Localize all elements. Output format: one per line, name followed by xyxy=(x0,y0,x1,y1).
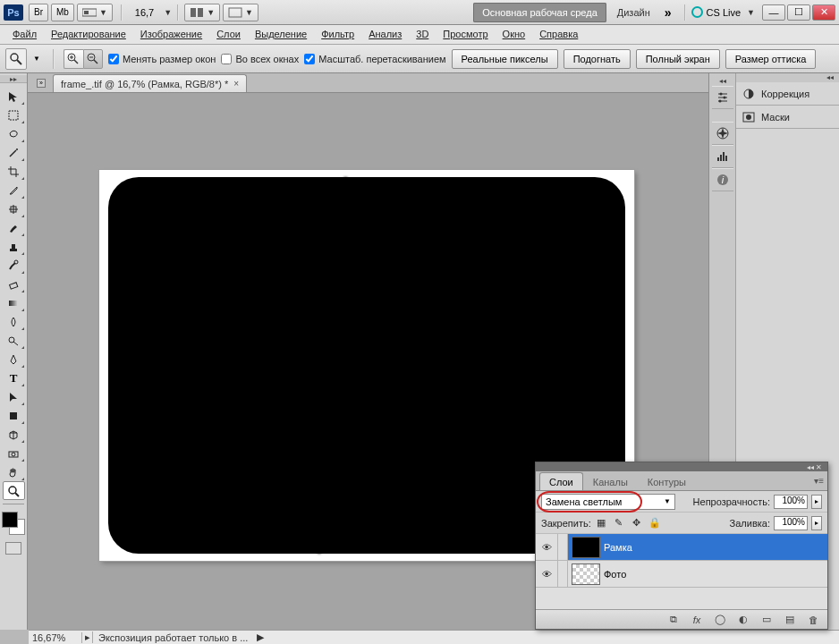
adjustment-layer-icon[interactable]: ◐ xyxy=(736,613,750,627)
crop-tool[interactable] xyxy=(3,162,25,181)
chevron-down-icon[interactable]: ▼ xyxy=(164,8,172,17)
menu-analysis[interactable]: Анализ xyxy=(361,27,409,42)
eyedropper-tool[interactable] xyxy=(3,181,25,199)
zoom-mode-toggle[interactable] xyxy=(64,49,103,69)
layers-panel[interactable]: ◂◂ ✕ Слои Каналы Контуры ▾≡ Замена светл… xyxy=(535,462,828,630)
wand-tool[interactable] xyxy=(3,143,25,162)
visibility-eye-icon[interactable]: 👁 xyxy=(536,569,557,580)
layer-thumbnail[interactable] xyxy=(572,564,600,585)
all-windows-checkbox[interactable]: Во всех окнах xyxy=(221,54,299,64)
opacity-value[interactable]: 100% xyxy=(774,495,808,509)
fill-screen-button[interactable]: Полный экран xyxy=(636,49,720,69)
group-icon[interactable]: ▭ xyxy=(759,613,774,627)
eraser-tool[interactable] xyxy=(3,275,25,293)
menu-edit[interactable]: Редактирование xyxy=(44,27,133,42)
fit-screen-button[interactable]: Подогнать xyxy=(564,49,631,69)
zoom-tool[interactable] xyxy=(3,481,25,500)
color-swatches[interactable] xyxy=(2,512,25,535)
hand-tool[interactable] xyxy=(3,462,25,481)
document-tab[interactable]: frame_.tif @ 16,7% (Рамка, RGB/8*) * × xyxy=(53,74,247,92)
expand-workspaces-icon[interactable]: » xyxy=(665,5,672,20)
pen-tool[interactable] xyxy=(3,350,25,369)
zoom-out-icon[interactable] xyxy=(83,49,103,69)
stamp-tool[interactable] xyxy=(3,237,25,256)
layer-thumbnail[interactable] xyxy=(572,537,600,558)
chevron-down-icon[interactable]: ▼ xyxy=(33,55,40,63)
camera-tool[interactable] xyxy=(3,444,25,462)
fg-swatch[interactable] xyxy=(2,512,18,528)
tab-paths[interactable]: Контуры xyxy=(638,472,696,490)
quickmask-toggle[interactable] xyxy=(5,542,21,555)
maximize-button[interactable]: ☐ xyxy=(787,4,810,21)
cslive-button[interactable]: CS Live ▼ xyxy=(691,6,755,18)
collapse-icon[interactable]: ◂◂ xyxy=(719,77,726,86)
navigator-icon[interactable] xyxy=(712,122,733,145)
collapse-icon[interactable]: ◂◂ xyxy=(736,73,839,82)
mask-icon[interactable]: ◯ xyxy=(713,613,727,627)
lock-pixels-icon[interactable]: ✎ xyxy=(613,517,625,530)
lock-transparent-icon[interactable]: ▦ xyxy=(595,517,607,530)
panel-menu-icon[interactable]: ▾≡ xyxy=(814,476,824,486)
dodge-tool[interactable] xyxy=(3,331,25,350)
new-layer-icon[interactable]: ▤ xyxy=(783,613,797,627)
close-tab-icon[interactable]: × xyxy=(233,79,239,89)
blur-tool[interactable] xyxy=(3,312,25,331)
viewmode-button[interactable]: ▼ xyxy=(77,4,113,21)
print-size-button[interactable]: Размер оттиска xyxy=(725,49,817,69)
link-cell[interactable] xyxy=(557,534,568,560)
expand-docs-icon[interactable]: » xyxy=(37,79,46,88)
link-layers-icon[interactable]: ⧉ xyxy=(666,613,681,627)
zoom-tool-preset[interactable] xyxy=(5,48,27,70)
menu-select[interactable]: Выделение xyxy=(248,27,314,42)
move-tool[interactable] xyxy=(3,87,25,106)
panel-collapse-bar[interactable]: ◂◂ ✕ xyxy=(536,462,827,471)
menu-layers[interactable]: Слои xyxy=(209,27,248,42)
healing-tool[interactable] xyxy=(3,199,25,218)
bridge-button[interactable]: Br xyxy=(29,4,48,21)
workspace-selector[interactable]: Основная рабочая среда xyxy=(473,3,606,22)
menu-3d[interactable]: 3D xyxy=(409,27,436,42)
lock-all-icon[interactable]: 🔒 xyxy=(648,517,661,530)
menu-help[interactable]: Справка xyxy=(532,27,585,42)
arrange-button[interactable]: ▼ xyxy=(184,4,220,21)
opacity-flyout-icon[interactable]: ▸ xyxy=(811,495,822,509)
layer-row[interactable]: 👁 Фото xyxy=(536,561,827,588)
close-button[interactable]: ✕ xyxy=(812,4,835,21)
path-select-tool[interactable] xyxy=(3,387,25,406)
trash-icon[interactable]: 🗑 xyxy=(806,613,820,627)
layer-name[interactable]: Фото xyxy=(604,569,626,580)
panel-masks[interactable]: Маски xyxy=(736,106,839,129)
blend-mode-select[interactable]: Замена светлым ▼ xyxy=(541,494,675,510)
status-play-icon[interactable]: ▶ xyxy=(257,631,264,643)
toolbox-collapse-icon[interactable]: ▸▸ xyxy=(0,75,27,83)
resize-windows-checkbox[interactable]: Менять размер окон xyxy=(108,54,216,64)
actual-pixels-button[interactable]: Реальные пикселы xyxy=(452,49,558,69)
minimize-button[interactable]: — xyxy=(762,4,785,21)
tab-channels[interactable]: Каналы xyxy=(583,472,638,490)
titlebar-zoom[interactable]: 16,7 xyxy=(135,7,154,18)
lock-position-icon[interactable]: ✥ xyxy=(631,517,643,530)
layer-row[interactable]: 👁 Рамка xyxy=(536,534,827,561)
fill-flyout-icon[interactable]: ▸ xyxy=(811,516,822,530)
menu-file[interactable]: Файл xyxy=(5,27,44,42)
adjustments-icon[interactable] xyxy=(712,86,733,109)
menu-filter[interactable]: Фильтр xyxy=(314,27,361,42)
menu-window[interactable]: Окно xyxy=(496,27,533,42)
gradient-tool[interactable] xyxy=(3,293,25,312)
history-brush-tool[interactable] xyxy=(3,256,25,275)
fx-icon[interactable]: fx xyxy=(690,613,704,627)
info-icon[interactable]: i xyxy=(712,168,733,191)
scrubby-zoom-checkbox[interactable]: Масштаб. перетаскиванием xyxy=(304,54,445,64)
3d-tool[interactable] xyxy=(3,425,25,444)
design-workspace-button[interactable]: Дизайн xyxy=(610,3,657,22)
menu-view[interactable]: Просмотр xyxy=(436,27,495,42)
status-menu-icon[interactable]: ▸ xyxy=(82,631,93,643)
panel-correction[interactable]: Коррекция xyxy=(736,82,839,106)
lasso-tool[interactable] xyxy=(3,124,25,143)
visibility-eye-icon[interactable]: 👁 xyxy=(536,534,557,560)
status-zoom[interactable]: 16,67% xyxy=(29,632,82,643)
marquee-tool[interactable] xyxy=(3,106,25,124)
zoom-in-icon[interactable] xyxy=(64,49,83,69)
link-cell[interactable] xyxy=(557,561,568,587)
type-tool[interactable]: T xyxy=(3,369,25,387)
